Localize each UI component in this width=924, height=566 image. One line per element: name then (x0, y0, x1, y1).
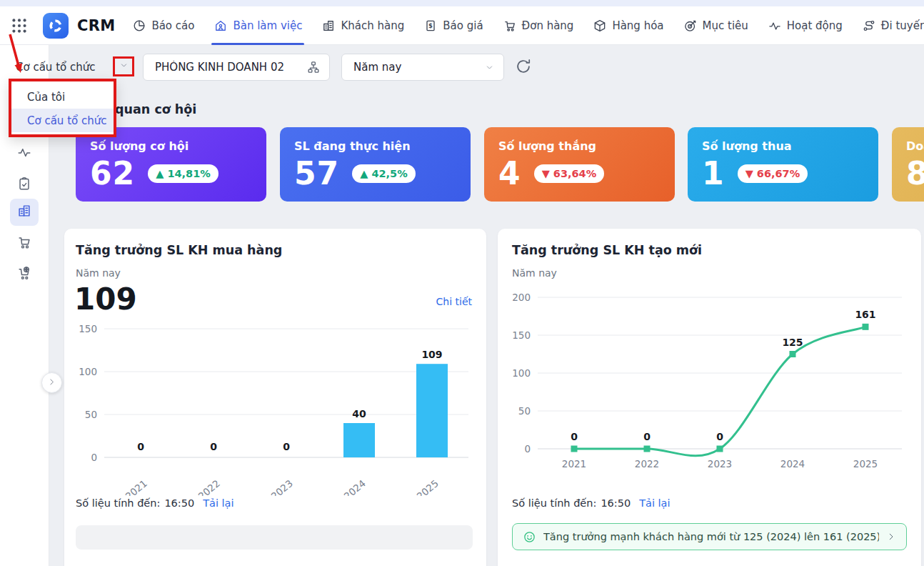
chevron-right-icon[interactable] (886, 532, 896, 542)
period-value: Năm nay (353, 61, 484, 74)
nav-item-ban-lam-viec[interactable]: Bàn làm việc (214, 6, 302, 45)
kpi-value: 62 (90, 158, 135, 189)
scope-dropdown-label[interactable]: Cơ cấu tổ chức (16, 61, 95, 74)
invoice-icon: $ (423, 19, 438, 33)
period-select[interactable]: Năm nay (341, 54, 504, 81)
scope-dropdown-menu: Của tôiCơ cấu tổ chức (9, 79, 116, 137)
updated-label: Số liệu tính đến: (512, 497, 596, 509)
nav-item-bao-gia[interactable]: $Báo giá (423, 6, 483, 45)
kpi-card-so-luong-thua[interactable]: Số lượng thua1▼ 66,67% (688, 127, 878, 202)
org-unit-value: PHÒNG KINH DOANH 02 (155, 61, 306, 74)
home-user-icon (214, 19, 228, 33)
cart-globe-icon (16, 265, 32, 284)
insight-banner[interactable]: Tăng trưởng mạnh khách hàng mới từ 125 (… (512, 523, 907, 550)
sidebar-item-orders[interactable] (10, 230, 39, 257)
cart-icon (503, 19, 517, 33)
reload-link[interactable]: Tải lại (639, 497, 670, 509)
sidebar-item-activity[interactable] (10, 140, 39, 167)
svg-text:2023: 2023 (268, 477, 295, 496)
chart-period-label: Năm nay (76, 267, 121, 279)
detail-link[interactable]: Chi tiết (436, 296, 472, 307)
nav-item-bao-cao[interactable]: Báo cáo (132, 6, 194, 45)
svg-text:2025: 2025 (853, 458, 878, 470)
svg-text:2025: 2025 (414, 477, 441, 496)
annotation-red-box-caret (113, 56, 134, 76)
chevron-down-icon (484, 62, 495, 73)
app-title: CRM (77, 17, 115, 34)
sidebar-expand-button[interactable] (41, 372, 62, 393)
svg-text:150: 150 (79, 323, 97, 334)
sidebar-item-online-orders[interactable] (10, 261, 39, 288)
kpi-value: 4 (498, 158, 521, 189)
svg-text:100: 100 (512, 367, 531, 379)
insight-text: Tăng trưởng mạnh khách hàng mới từ 125 (… (543, 531, 879, 542)
app-grid-icon[interactable] (10, 16, 29, 35)
kpi-value: 57 (294, 158, 339, 189)
nav-item-khach-hang[interactable]: Khách hàng (321, 6, 404, 45)
svg-text:0: 0 (91, 452, 97, 463)
line-chart-canvas: 0501001502000202102022020231252024161202… (505, 286, 912, 487)
insight-placeholder-bar (76, 525, 473, 550)
svg-text:50: 50 (85, 409, 97, 420)
new-customer-growth-card: Tăng trưởng SL KH tạo mới Năm nay 050100… (498, 229, 921, 566)
activity-icon (16, 144, 32, 163)
sidebar-item-customers[interactable] (10, 199, 39, 226)
nav-item-label: Đi tuyến (881, 19, 924, 32)
kpi-title: Doa (906, 139, 924, 153)
svg-text:50: 50 (518, 405, 531, 417)
nav-menu: Báo cáoBàn làm việcKhách hàng$Báo giáĐơn… (132, 6, 924, 45)
chevron-down-icon[interactable] (119, 60, 129, 74)
org-unit-field[interactable]: PHÒNG KINH DOANH 02 (143, 54, 330, 81)
nav-item-label: Mục tiêu (703, 19, 748, 32)
smiley-icon (523, 530, 536, 544)
nav-item-label: Đơn hàng (522, 19, 574, 32)
cube-icon (593, 19, 607, 33)
svg-text:2022: 2022 (196, 477, 222, 496)
svg-text:0: 0 (571, 431, 578, 442)
nav-item-label: Báo cáo (151, 19, 194, 32)
sidebar-item-tasks[interactable] (10, 172, 39, 199)
kpi-value: 1 (702, 158, 725, 189)
nav-item-don-hang[interactable]: Đơn hàng (503, 6, 574, 45)
svg-text:0: 0 (210, 441, 217, 452)
kpi-card-so-luong-thang[interactable]: Số lượng thắng4▼ 63,64% (484, 127, 675, 202)
chart-footer: Số liệu tính đến: 16:50 Tải lại (512, 497, 671, 509)
nav-item-di-tuyen[interactable]: Đi tuyến (862, 6, 924, 45)
nav-item-label: Báo giá (443, 19, 483, 32)
kpi-title: Số lượng cơ hội (90, 139, 252, 153)
reload-link[interactable]: Tải lại (203, 497, 233, 509)
svg-text:2024: 2024 (341, 477, 368, 496)
org-tree-icon[interactable] (306, 60, 321, 74)
top-navigation-bar: CRM Báo cáoBàn làm việcKhách hàng$Báo gi… (0, 6, 924, 45)
chart-total-value: 109 (74, 282, 137, 317)
refresh-icon[interactable] (514, 57, 534, 77)
kpi-delta-badge: ▼ 66,67% (738, 164, 808, 183)
crm-logo[interactable] (43, 13, 69, 39)
svg-text:2023: 2023 (708, 458, 732, 470)
activity-icon (768, 19, 782, 33)
nav-item-label: Hoạt động (787, 19, 843, 32)
svg-text:161: 161 (855, 309, 875, 320)
building-icon (16, 203, 32, 222)
nav-item-hang-hoa[interactable]: Hàng hóa (593, 6, 663, 45)
svg-text:0: 0 (643, 431, 651, 442)
kpi-card-sl-dang-thuc-hien[interactable]: SL đang thực hiện57▲ 42,5% (280, 127, 471, 202)
svg-text:0: 0 (524, 443, 531, 455)
purchase-growth-card: Tăng trưởng SL KH mua hàng Năm nay 109 C… (64, 229, 486, 566)
target-icon (683, 19, 698, 33)
nav-item-muc-tieu[interactable]: Mục tiêu (683, 6, 748, 45)
svg-text:125: 125 (782, 337, 803, 348)
nav-item-hoat-dong[interactable]: Hoạt động (768, 6, 843, 45)
svg-text:40: 40 (352, 408, 366, 419)
route-icon (862, 19, 876, 33)
svg-text:2021: 2021 (562, 458, 586, 470)
kpi-card-doanh-thu[interactable]: Doa8 (892, 127, 924, 202)
dropdown-option[interactable]: Của tôi (11, 85, 114, 109)
updated-time: 16:50 (164, 497, 194, 509)
kpi-title: SL đang thực hiện (294, 139, 456, 153)
dropdown-option[interactable]: Cơ cấu tổ chức (11, 109, 114, 132)
nav-item-label: Hàng hóa (612, 19, 663, 32)
clipboard-check-icon (16, 176, 32, 194)
kpi-card-so-luong-co-hoi[interactable]: Số lượng cơ hội62▲ 14,81% (76, 127, 266, 202)
kpi-delta-badge: ▲ 42,5% (352, 164, 416, 183)
